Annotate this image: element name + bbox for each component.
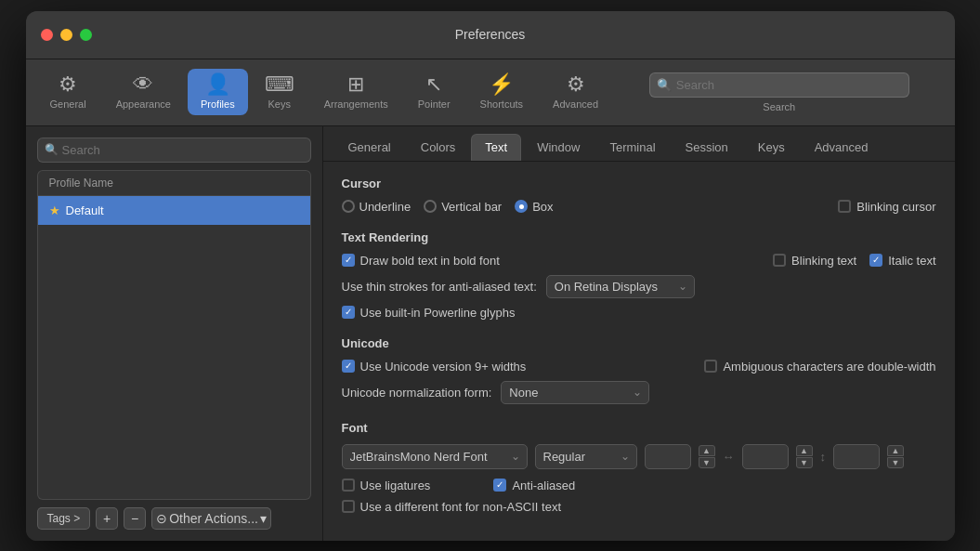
unicode-version-checkbox[interactable] — [342, 360, 355, 373]
other-actions-circle-icon: ⊝ — [156, 511, 167, 526]
toolbar-keys[interactable]: ⌨ Keys — [252, 69, 307, 115]
italic-text-label: Italic text — [888, 254, 935, 268]
unicode-title: Unicode — [342, 336, 936, 350]
tab-general[interactable]: General — [334, 134, 405, 161]
traffic-lights — [41, 29, 92, 41]
tab-keys[interactable]: Keys — [744, 134, 799, 161]
cursor-underline[interactable]: Underline — [342, 200, 412, 214]
blinking-cursor[interactable]: Blinking cursor — [838, 200, 935, 214]
toolbar-arrangements[interactable]: ⊞ Arrangements — [311, 69, 401, 115]
sidebar-search-input[interactable] — [37, 138, 311, 163]
cursor-vertical-bar-radio[interactable] — [424, 200, 437, 213]
toolbar-advanced[interactable]: ⚙ Advanced — [540, 69, 611, 115]
tab-terminal[interactable]: Terminal — [595, 134, 669, 161]
anti-aliased-option[interactable]: Anti-aliased — [493, 479, 575, 492]
normalization-select-wrap: None NFC NFD NFKC NFKD — [501, 381, 649, 404]
font-height-down[interactable]: ▼ — [887, 457, 904, 468]
tab-bar: General Colors Text Window Terminal Sess… — [323, 126, 955, 162]
tags-button[interactable]: Tags > — [37, 507, 91, 530]
tab-text[interactable]: Text — [471, 134, 521, 161]
font-width-input[interactable]: 100 — [742, 444, 789, 469]
italic-text-option[interactable]: Italic text — [869, 254, 935, 268]
cursor-box[interactable]: Box — [515, 200, 553, 214]
font-section: Font JetBrainsMono Nerd Font Regular Bol… — [342, 421, 936, 514]
toolbar-appearance-label: Appearance — [116, 98, 171, 110]
cursor-underline-radio[interactable] — [342, 200, 355, 213]
font-size-spinner: ▲ ▼ — [699, 445, 715, 468]
cursor-vertical-bar[interactable]: Vertical bar — [424, 200, 502, 214]
anti-aliased-checkbox[interactable] — [493, 479, 506, 492]
toolbar-search-input[interactable] — [649, 72, 909, 98]
thin-strokes-select[interactable]: On Retina Displays Always Never Automati… — [546, 275, 695, 298]
grid-icon: ⊞ — [347, 74, 364, 95]
font-style-select-wrap: Regular Bold Italic — [535, 444, 637, 469]
tab-session[interactable]: Session — [672, 134, 742, 161]
font-width-up[interactable]: ▲ — [796, 445, 813, 456]
toolbar-profiles[interactable]: 👤 Profiles — [188, 69, 248, 115]
powerline-label: Use built-in Powerline glyphs — [360, 306, 516, 320]
font-height-up[interactable]: ▲ — [887, 445, 904, 456]
toolbar: ⚙ General 👁 Appearance 👤 Profiles ⌨ Keys… — [26, 59, 955, 126]
keyboard-icon: ⌨ — [265, 74, 294, 95]
toolbar-arrangements-label: Arrangements — [324, 98, 388, 110]
normalization-select[interactable]: None NFC NFD NFKC NFKD — [501, 381, 649, 404]
toolbar-advanced-label: Advanced — [553, 98, 598, 110]
non-ascii-option[interactable]: Use a different font for non-ASCII text — [342, 500, 562, 514]
other-actions-label: Other Actions... — [169, 511, 258, 526]
font-size-down[interactable]: ▼ — [699, 457, 715, 468]
toolbar-shortcuts[interactable]: ⚡ Shortcuts — [467, 69, 536, 115]
use-ligatures-checkbox[interactable] — [342, 479, 355, 492]
use-ligatures-option[interactable]: Use ligatures — [342, 479, 431, 492]
unicode-section: Unicode Use Unicode version 9+ widths Am… — [342, 336, 936, 404]
blinking-cursor-checkbox[interactable] — [838, 200, 851, 213]
remove-profile-button[interactable]: − — [124, 507, 146, 530]
sidebar: 🔍 Profile Name ★ Default Tags > + − ⊝ Ot… — [26, 126, 323, 541]
blinking-text-label: Blinking text — [791, 254, 856, 268]
eye-icon: 👁 — [133, 74, 153, 95]
normalization-label: Unicode normalization form: — [342, 386, 492, 400]
titlebar: Preferences — [26, 11, 955, 59]
toolbar-appearance[interactable]: 👁 Appearance — [103, 69, 184, 115]
draw-bold-option[interactable]: Draw bold text in bold font — [342, 254, 500, 268]
minimize-button[interactable] — [60, 29, 72, 41]
font-size-input[interactable]: 13 — [645, 444, 691, 469]
tab-advanced[interactable]: Advanced — [801, 134, 882, 161]
blinking-text-checkbox[interactable] — [773, 254, 786, 267]
tab-window[interactable]: Window — [523, 134, 594, 161]
person-icon: 👤 — [205, 74, 230, 95]
profile-default[interactable]: ★ Default — [38, 196, 310, 225]
draw-bold-checkbox[interactable] — [342, 254, 355, 267]
ambiguous-checkbox[interactable] — [704, 360, 717, 373]
italic-text-checkbox[interactable] — [869, 254, 882, 267]
preferences-window: Preferences ⚙ General 👁 Appearance 👤 Pro… — [26, 11, 955, 541]
font-height-input[interactable]: 100 — [833, 444, 880, 469]
gear-icon: ⚙ — [59, 74, 77, 95]
toolbar-keys-label: Keys — [268, 98, 290, 110]
toolbar-general[interactable]: ⚙ General — [37, 69, 99, 115]
thin-strokes-row: Use thin strokes for anti-aliased text: … — [342, 275, 936, 298]
font-options-row2: Use a different font for non-ASCII text — [342, 500, 936, 514]
add-profile-button[interactable]: + — [96, 507, 118, 530]
toolbar-shortcuts-label: Shortcuts — [480, 98, 523, 110]
font-size-up[interactable]: ▲ — [699, 445, 715, 456]
cursor-box-radio[interactable] — [515, 200, 528, 213]
non-ascii-checkbox[interactable] — [342, 500, 355, 513]
blinking-text-option[interactable]: Blinking text — [773, 254, 856, 268]
powerline-checkbox[interactable] — [342, 306, 355, 319]
text-rendering-section: Text Rendering Draw bold text in bold fo… — [342, 230, 936, 320]
ambiguous-option[interactable]: Ambiguous characters are double-width — [704, 360, 935, 374]
close-button[interactable] — [41, 29, 53, 41]
profile-list-header: Profile Name — [38, 171, 310, 196]
other-actions-button[interactable]: ⊝ Other Actions... ▾ — [151, 507, 271, 530]
unicode-version-option[interactable]: Use Unicode version 9+ widths — [342, 360, 527, 374]
powerline-option[interactable]: Use built-in Powerline glyphs — [342, 306, 516, 320]
font-name-select[interactable]: JetBrainsMono Nerd Font — [342, 444, 528, 469]
toolbar-search-area: 🔍 Search — [615, 72, 943, 112]
font-width-down[interactable]: ▼ — [796, 457, 813, 468]
font-style-select[interactable]: Regular Bold Italic — [535, 444, 637, 469]
toolbar-pointer[interactable]: ↖ Pointer — [405, 69, 464, 115]
tab-colors[interactable]: Colors — [407, 134, 470, 161]
maximize-button[interactable] — [80, 29, 92, 41]
toolbar-pointer-label: Pointer — [418, 98, 451, 110]
normalization-row: Unicode normalization form: None NFC NFD… — [342, 381, 936, 404]
